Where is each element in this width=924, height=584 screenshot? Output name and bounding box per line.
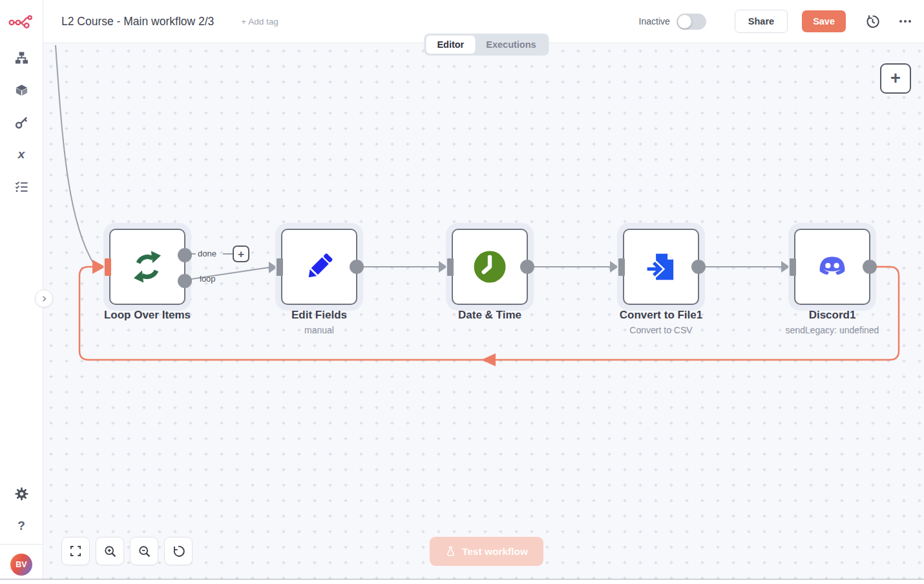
history-icon xyxy=(865,14,880,29)
help-icon: ? xyxy=(17,519,25,533)
more-options-button[interactable] xyxy=(899,20,911,23)
workflow-history-button[interactable] xyxy=(865,14,880,29)
sidebar-item-workflows[interactable] xyxy=(14,50,29,65)
sidebar-item-variables[interactable]: x xyxy=(14,147,29,162)
node-box[interactable] xyxy=(794,229,870,305)
sidebar-bottom: ? xyxy=(14,486,29,534)
output-connector-done[interactable] xyxy=(178,248,192,262)
add-node-on-done-button[interactable]: + xyxy=(233,245,249,262)
output-connector[interactable] xyxy=(691,260,706,274)
node-convert-to-file[interactable]: Convert to File1 Convert to CSV xyxy=(623,229,699,305)
tab-executions[interactable]: Executions xyxy=(475,36,547,54)
chevron-right-icon xyxy=(39,294,49,304)
node-subtitle: sendLegacy: undefined xyxy=(786,325,879,335)
app-logo[interactable] xyxy=(8,0,34,43)
sidebar-nav: x xyxy=(14,50,29,194)
key-icon xyxy=(14,115,29,130)
checklist-icon xyxy=(14,180,29,194)
editor-executions-tabs: Editor Executions xyxy=(424,34,549,56)
node-date-time[interactable]: Date & Time xyxy=(452,229,528,305)
discord-icon xyxy=(814,248,851,286)
node-box[interactable] xyxy=(109,229,185,305)
ellipsis-icon xyxy=(899,20,911,23)
workflow-title[interactable]: L2 Course - Main workflow 2/3 xyxy=(61,15,214,28)
output-connector[interactable] xyxy=(520,260,534,274)
fit-view-icon xyxy=(69,545,82,558)
loop-icon xyxy=(129,249,165,285)
share-button[interactable]: Share xyxy=(735,10,788,33)
input-connector[interactable] xyxy=(790,258,796,276)
templates-box-icon xyxy=(14,83,29,98)
output-label-loop: loop xyxy=(200,274,216,284)
window-bottom-edge xyxy=(0,579,924,584)
reset-zoom-icon xyxy=(172,545,185,558)
output-connector-loop[interactable] xyxy=(178,274,192,288)
node-title: Date & Time xyxy=(458,309,521,322)
zoom-in-icon xyxy=(103,545,117,558)
gear-icon xyxy=(14,486,29,501)
user-avatar[interactable]: BV xyxy=(10,554,32,576)
variables-icon: x xyxy=(18,147,25,162)
input-connector[interactable] xyxy=(277,258,283,276)
sidebar-expand-button[interactable] xyxy=(35,289,53,308)
save-button[interactable]: Save xyxy=(802,10,846,32)
node-loop-over-items[interactable]: Loop Over Items xyxy=(109,229,185,305)
node-title: Edit Fields xyxy=(291,309,347,322)
output-label-done: done xyxy=(198,249,216,258)
input-connector[interactable] xyxy=(447,258,454,276)
reset-zoom-button[interactable] xyxy=(164,537,193,565)
file-import-icon xyxy=(644,249,678,284)
test-workflow-label: Test workflow xyxy=(462,546,528,558)
add-tag-button[interactable]: + Add tag xyxy=(241,17,278,26)
sidebar-item-settings[interactable] xyxy=(14,486,29,501)
pencil-icon xyxy=(302,249,337,284)
input-connector[interactable] xyxy=(105,258,111,276)
node-discord[interactable]: Discord1 sendLegacy: undefined xyxy=(794,229,870,305)
sidebar-item-credentials[interactable] xyxy=(14,114,29,130)
node-box[interactable] xyxy=(281,229,357,305)
node-title: Loop Over Items xyxy=(104,309,191,322)
flask-icon xyxy=(445,546,456,557)
node-subtitle: Convert to CSV xyxy=(629,325,692,335)
activation-toggle[interactable] xyxy=(677,14,706,30)
n8n-logo-icon xyxy=(8,14,34,30)
node-box[interactable] xyxy=(623,229,699,305)
output-connector[interactable] xyxy=(863,260,877,274)
workflows-icon xyxy=(14,50,29,65)
sidebar-item-insights[interactable] xyxy=(14,179,29,194)
zoom-in-button[interactable] xyxy=(96,537,124,565)
sidebar-item-templates[interactable] xyxy=(14,82,29,98)
sidebar-avatar-section: BV xyxy=(0,544,43,584)
output-connector[interactable] xyxy=(350,260,364,274)
node-box[interactable] xyxy=(452,229,528,305)
node-subtitle: manual xyxy=(304,325,334,335)
tab-editor[interactable]: Editor xyxy=(426,36,475,54)
input-connector[interactable] xyxy=(618,258,625,276)
clock-icon xyxy=(472,249,508,285)
node-title: Convert to File1 xyxy=(620,309,702,322)
sidebar-item-help[interactable]: ? xyxy=(14,518,29,534)
node-title: Discord1 xyxy=(809,309,856,322)
zoom-out-icon xyxy=(138,545,151,558)
activation-status-label: Inactive xyxy=(639,16,670,26)
test-workflow-button[interactable]: Test workflow xyxy=(430,537,543,566)
toggle-knob xyxy=(678,15,691,28)
add-node-button[interactable]: + xyxy=(880,63,911,94)
node-edit-fields[interactable]: Edit Fields manual xyxy=(281,229,357,305)
zoom-out-button[interactable] xyxy=(130,537,158,565)
zoom-to-fit-button[interactable] xyxy=(61,537,90,565)
